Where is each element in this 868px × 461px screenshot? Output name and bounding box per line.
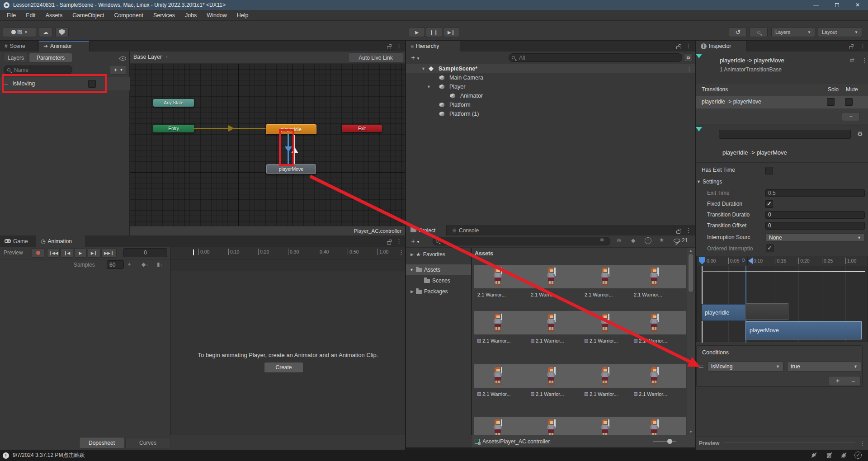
kebab-icon[interactable]: ⋮ <box>686 66 692 72</box>
tab-scene[interactable]: #Scene <box>0 41 38 52</box>
open-search-window-icon[interactable]: ⧉ <box>684 53 693 62</box>
asset-thumbnail[interactable] <box>545 366 557 387</box>
asset-label[interactable]: 2.1 Warrior... <box>634 291 684 298</box>
asset-label[interactable]: 2.1 Warrior... <box>531 337 581 344</box>
hierarchy-item[interactable]: Platform (1) <box>406 109 695 118</box>
undo-history-button[interactable]: ↺ <box>729 27 747 37</box>
asset-thumbnail[interactable] <box>545 313 557 334</box>
foldout-icon[interactable]: ▼ <box>427 85 431 89</box>
foldout-icon[interactable]: ▶ <box>410 252 414 257</box>
hierarchy-item[interactable]: Main Camera <box>406 73 695 82</box>
hierarchy-item[interactable]: ▼Player <box>406 82 695 91</box>
lock-icon[interactable] <box>849 46 853 49</box>
menu-item-jobs[interactable]: Jobs <box>180 10 202 21</box>
layers-dropdown[interactable]: Layers▼ <box>771 27 815 37</box>
add-condition-button[interactable]: ＋ <box>835 377 841 385</box>
minimize-button[interactable]: — <box>806 0 826 10</box>
zoom-slider-thumb[interactable] <box>667 439 672 444</box>
asset-label[interactable]: 2.1 Warrior... <box>634 337 684 344</box>
tab-game[interactable]: Game <box>0 235 35 247</box>
has-exit-time-checkbox[interactable] <box>765 167 773 174</box>
search-everywhere-button[interactable] <box>750 27 768 37</box>
menu-item-file[interactable]: File <box>2 10 21 21</box>
visibility-disabled-icon[interactable]: ◉ <box>840 452 847 459</box>
drag-handle-icon[interactable] <box>3 83 8 85</box>
timeline-clip-idle-tail[interactable] <box>745 303 788 320</box>
tab-console[interactable]: ≣Console <box>448 225 489 235</box>
foldout-icon[interactable]: ▼ <box>410 268 414 272</box>
cloud-button[interactable]: ☁ <box>39 27 52 37</box>
transition-list-row[interactable]: playerIdle -> playerMove <box>696 96 868 108</box>
transition-offset-field[interactable]: 0 <box>765 222 865 230</box>
asset-thumbnail[interactable] <box>492 267 504 288</box>
status-check-icon[interactable]: ✓ <box>854 452 862 459</box>
error-filter-icon[interactable]: ! <box>645 237 651 244</box>
first-key-button[interactable]: ❙◀◀ <box>47 248 60 258</box>
asset-label[interactable]: 2.1 Warrior... <box>585 337 635 344</box>
tab-project[interactable]: Project <box>406 225 447 235</box>
lock-icon[interactable] <box>676 230 680 234</box>
scroll-up-icon[interactable]: ▲ <box>689 249 693 253</box>
timeline-clip-idle[interactable]: playerIdle <box>702 304 745 321</box>
kebab-icon[interactable]: ⋮ <box>396 42 402 49</box>
open-search-window-icon[interactable]: ⧉ <box>600 237 604 243</box>
kebab-icon[interactable]: ⋮ <box>862 57 868 64</box>
layers-tab-button[interactable]: Layers <box>4 53 28 62</box>
tree-item-packages[interactable]: ▶Packages <box>406 286 471 297</box>
asset-label[interactable]: 2.1 Warrior... <box>477 291 528 298</box>
add-event-icon[interactable]: ▮₊ <box>157 261 163 268</box>
record-button[interactable] <box>32 248 44 258</box>
foldout-icon[interactable]: ▼ <box>697 179 701 184</box>
transition-name-field[interactable] <box>719 130 851 139</box>
lock-icon[interactable] <box>676 46 680 49</box>
menu-item-services[interactable]: Services <box>148 10 180 21</box>
prev-key-button[interactable]: ❙◀ <box>61 248 73 258</box>
kebab-icon[interactable]: ⋮ <box>396 238 402 245</box>
asset-label[interactable]: 2.1 Warrior... <box>477 390 528 397</box>
settings-foldout-label[interactable]: Settings <box>703 178 722 185</box>
asset-label[interactable]: 2.1 Warrior... <box>634 390 684 397</box>
transition-duration-field[interactable]: 0 <box>765 211 865 219</box>
interruption-source-dropdown[interactable]: None▼ <box>765 233 865 242</box>
remove-condition-button[interactable]: − <box>851 377 855 385</box>
transition-timeline[interactable]: 0:000:050:100:150:200:251:00 playerIdle … <box>696 256 868 342</box>
hierarchy-item[interactable]: ▼SampleScene*⋮ <box>406 64 695 73</box>
parameter-search-input[interactable] <box>4 66 72 74</box>
preview-toggle[interactable]: Preview <box>4 249 23 256</box>
animation-ruler[interactable]: ⋮ 0:000:100:200:300:400:501:00 <box>170 247 405 259</box>
project-search-input[interactable] <box>433 237 610 245</box>
close-button[interactable]: ✕ <box>847 0 868 10</box>
menu-item-window[interactable]: Window <box>202 10 231 21</box>
foldout-icon[interactable]: ▶ <box>410 289 414 294</box>
account-button[interactable]: 哦▼ <box>3 27 36 37</box>
kebab-icon[interactable]: ⋮ <box>398 249 404 256</box>
asset-label[interactable]: 2.1 Warrior... <box>531 291 581 298</box>
asset-thumbnail[interactable] <box>545 267 557 288</box>
asset-thumbnail[interactable] <box>492 366 504 387</box>
state-node-player-idle[interactable]: playerIdle <box>266 124 316 134</box>
step-button[interactable]: ▶❙ <box>443 27 459 37</box>
asset-thumbnail[interactable] <box>492 419 504 435</box>
debug-disabled-icon[interactable]: ✱ <box>810 452 817 459</box>
pause-button[interactable]: ❙❙ <box>426 27 442 37</box>
fixed-duration-checkbox[interactable] <box>765 200 773 208</box>
tree-item-scenes[interactable]: Scenes <box>406 275 471 286</box>
animator-graph[interactable] <box>130 64 405 226</box>
asset-thumbnail[interactable] <box>648 366 660 387</box>
breadcrumb[interactable]: Base Layer <box>133 54 162 60</box>
solo-checkbox[interactable] <box>827 98 835 106</box>
state-node-player-move[interactable]: playerMove <box>266 164 316 174</box>
gear-icon[interactable]: ⚙ <box>857 130 863 137</box>
presets-icon[interactable]: ⇄ <box>850 57 854 63</box>
layout-dropdown[interactable]: Layout▼ <box>818 27 862 37</box>
state-node-entry[interactable]: Entry <box>153 125 194 132</box>
add-keyframe-icon[interactable]: ◆₊ <box>142 261 149 268</box>
tab-hierarchy[interactable]: ≡Hierarchy <box>406 41 460 52</box>
hierarchy-item[interactable]: Animator <box>406 91 695 100</box>
search-by-label-icon[interactable]: ◆ <box>631 237 635 244</box>
eye-icon[interactable] <box>119 56 126 61</box>
frame-field[interactable] <box>123 248 167 257</box>
menu-item-component[interactable]: Component <box>109 10 148 21</box>
exit-time-field[interactable]: 0.5 <box>765 189 865 197</box>
hierarchy-search-input[interactable] <box>509 53 682 62</box>
